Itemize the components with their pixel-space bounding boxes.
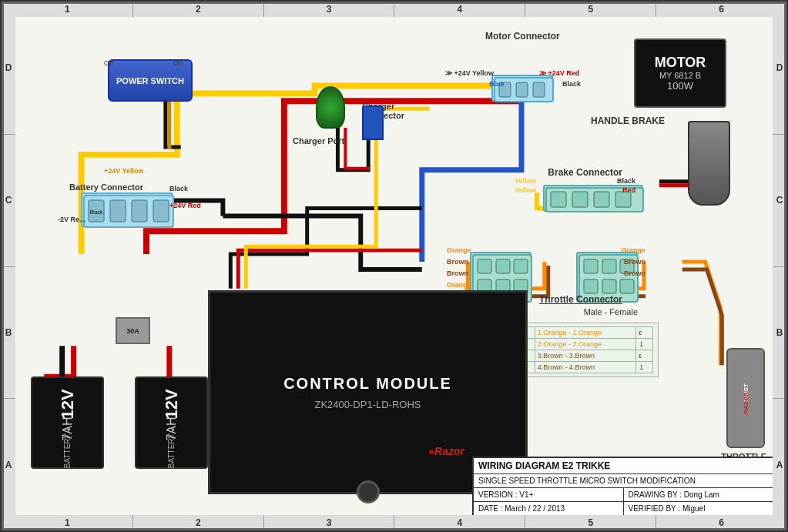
col-3-bot: 3 xyxy=(263,515,394,530)
col-2-top: 2 xyxy=(132,2,263,17)
diagram-date: DATE : March / 22 / 2013 xyxy=(474,502,624,515)
col-1-bot: 1 xyxy=(2,515,132,530)
row-a-left: A xyxy=(2,398,15,530)
svg-rect-2 xyxy=(516,82,528,97)
col-6-top: 6 xyxy=(656,2,786,17)
row-d-right: D xyxy=(773,2,786,134)
wire-label-24v-yellow: ≫ +24V Yellow xyxy=(445,69,494,77)
throttle-connector-details: ε 1.Orange - 1.Orange ε ⥠ 2.Orange - 2.O… xyxy=(512,323,659,377)
col-markers-top: 1 2 3 4 5 6 xyxy=(2,2,786,17)
motor-model: MY 6812 B xyxy=(659,71,701,80)
handle-brake-visual xyxy=(688,121,730,206)
svg-rect-17 xyxy=(496,259,510,273)
diagram-subtitle: SINGLE SPEED THROTTLE MICRO SWITCH MODIF… xyxy=(474,474,773,487)
throttle-handle-visual: TWIST RAZOR xyxy=(726,348,765,448)
col-3-top: 3 xyxy=(263,2,394,17)
col-4-top: 4 xyxy=(394,2,525,17)
diagram-area: MOTOR MY 6812 B 100W Motor Connector ≫ +… xyxy=(15,17,773,515)
svg-rect-12 xyxy=(572,192,588,207)
wire-label-orange1: Orange xyxy=(447,246,471,254)
info-row-date: DATE : March / 22 / 2013 VERIFIED BY : M… xyxy=(474,502,773,515)
control-module-model: ZK2400-DP1-LD-ROHS xyxy=(315,399,421,410)
svg-rect-6 xyxy=(110,200,126,222)
wire-label-brown3: Brown xyxy=(624,258,645,266)
row-c-left: C xyxy=(2,134,15,266)
svg-rect-14 xyxy=(615,192,631,207)
motor-connector-visual xyxy=(491,75,553,102)
throttle-connector-label: Throttle Connector xyxy=(539,294,622,305)
svg-text:Black: Black xyxy=(89,209,103,215)
col-6-bot: 6 xyxy=(656,515,786,530)
razor-logo: ●Razor xyxy=(428,445,464,457)
charger-connector-visual xyxy=(362,105,384,140)
fuse-label: 30A xyxy=(126,327,139,335)
col-2-bot: 2 xyxy=(132,515,263,530)
row-markers-right: D C B A xyxy=(773,2,786,530)
svg-rect-13 xyxy=(594,192,609,207)
handle-brake-label: HANDLE BRAKE xyxy=(591,115,665,126)
info-row-version: VERSION : V1+ DRAWING BY : Dong Lam xyxy=(474,488,773,502)
fuse-box: 30A xyxy=(116,317,150,344)
row-markers-left: D C B A xyxy=(2,2,15,530)
power-switch-label: POWER SWITCH xyxy=(116,76,184,85)
wire-label-black: Black xyxy=(562,80,581,88)
wire-label-neg2v: -2V Re... xyxy=(58,216,86,223)
info-row-title: WIRING DIAGRAM E2 TRIKKE xyxy=(474,458,773,474)
diagram-version: VERSION : V1+ xyxy=(474,488,624,501)
wire-label-brown1: Brown xyxy=(447,258,468,266)
motor-connector-label: Motor Connector xyxy=(485,31,560,42)
col-1-top: 1 xyxy=(2,2,132,17)
svg-rect-3 xyxy=(533,82,545,97)
svg-rect-11 xyxy=(551,192,566,207)
svg-rect-23 xyxy=(584,259,598,273)
svg-rect-26 xyxy=(584,279,598,293)
motor-label: MOTOR xyxy=(655,55,706,71)
wire-label-24v-red: ≫ +24V Red xyxy=(539,69,579,77)
svg-rect-7 xyxy=(132,200,147,222)
svg-rect-28 xyxy=(620,279,634,293)
wire-label-orange3: Orange xyxy=(621,246,645,254)
control-module-title: CONTROL MODULE xyxy=(283,375,452,393)
charger-port-visual xyxy=(316,86,345,129)
row-b-right: B xyxy=(773,266,786,399)
col-markers-bottom: 1 2 3 4 5 6 xyxy=(2,515,786,530)
motor-box: MOTOR MY 6812 B 100W xyxy=(634,38,726,108)
motor-wattage: 100W xyxy=(667,80,693,92)
brake-connector-label: Brake Connector xyxy=(548,167,622,178)
diagram-verified-by: VERIFIED BY : Miguel xyxy=(624,502,773,515)
svg-rect-16 xyxy=(478,259,491,273)
throttle-connector-sub: Male - Female xyxy=(584,307,638,316)
battery-2: 12V 7AH BATTERY 2 xyxy=(135,376,208,469)
col-4-bot: 4 xyxy=(394,515,525,530)
info-panel: WIRING DIAGRAM E2 TRIKKE SINGLE SPEED TH… xyxy=(472,457,773,515)
wire-label-brown2: Brown xyxy=(447,269,468,277)
row-d-left: D xyxy=(2,2,15,134)
battery-connector-label: Battery Connector xyxy=(69,182,143,192)
wire-label-black-brake: Black xyxy=(617,177,635,185)
svg-rect-18 xyxy=(514,259,528,273)
wire-label-black-bat: Black xyxy=(169,185,188,192)
diagram-title: WIRING DIAGRAM E2 TRIKKE xyxy=(474,458,773,473)
wire-label-24v-red-bat: +24V Red xyxy=(169,202,201,209)
wire-label-red-brake: Red xyxy=(622,186,635,194)
row-b-left: B xyxy=(2,266,15,399)
wire-label-blue: Blue xyxy=(489,80,505,88)
row-a-right: A xyxy=(773,398,786,530)
wire-label-24v-yellow-bat: +24V Yellow xyxy=(104,167,144,175)
charger-port-label: Charger Port xyxy=(293,136,344,146)
diagram-drawing-by: DRAWING BY : Dong Lam xyxy=(624,488,773,501)
col-5-top: 5 xyxy=(525,2,656,17)
col-5-bot: 5 xyxy=(525,515,656,530)
power-switch-off: Off xyxy=(104,59,113,67)
svg-rect-27 xyxy=(602,279,616,293)
battery-1: 12V 7AH BATTERY 1 xyxy=(31,376,104,469)
svg-rect-24 xyxy=(602,259,616,273)
wire-label-yellow2: Yellow xyxy=(515,186,536,194)
wire-label-brown4: Brown xyxy=(624,269,645,277)
wire-label-orange2: Orange xyxy=(447,281,471,289)
info-row-subtitle: SINGLE SPEED THROTTLE MICRO SWITCH MODIF… xyxy=(474,474,773,488)
wire-label-yellow1: Yellow xyxy=(515,177,536,185)
row-c-right: C xyxy=(773,134,786,266)
battery-connector-visual: Black xyxy=(81,192,173,227)
wiring-diagram: 1 2 3 4 5 6 1 2 3 4 5 6 D C B A D C B A xyxy=(0,0,788,532)
